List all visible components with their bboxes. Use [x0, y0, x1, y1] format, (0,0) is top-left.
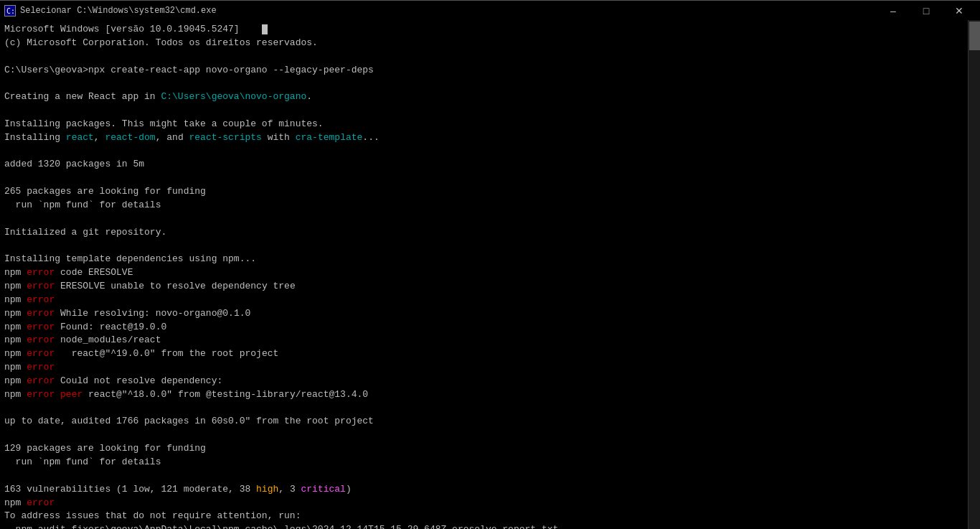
title-bar-left: C: Selecionar C:\Windows\system32\cmd.ex… — [4, 5, 217, 17]
path-highlight: C:\Users\geova\novo-organo — [161, 91, 306, 102]
error-label-9: error — [27, 375, 55, 386]
error-label-7: error — [27, 348, 55, 359]
line-blank-5 — [4, 172, 976, 185]
line-err-3: npm error — [4, 294, 976, 307]
line-installing: Installing packages. This might take a c… — [4, 118, 976, 131]
line-blank-2 — [4, 77, 976, 90]
react-scripts-pkg: react-scripts — [189, 132, 261, 143]
error-label-4: error — [27, 308, 55, 319]
line-1: Microsoft Windows [versão 10.0.19045.524… — [4, 23, 976, 37]
line-blank-7 — [4, 240, 976, 253]
line-funding-3: 129 packages are looking for funding — [4, 442, 976, 456]
line-funding-4: run `npm fund` for details — [4, 456, 976, 469]
title-bar: C: Selecionar C:\Windows\system32\cmd.ex… — [0, 0, 980, 20]
line-err-4: npm error While resolving: novo-organo@0… — [4, 307, 976, 321]
line-packages: Installing react, react-dom, and react-s… — [4, 131, 976, 145]
line-audit-fix: npm audit fixers\geova\AppData\Local\npm… — [4, 523, 976, 529]
line-blank-4 — [4, 145, 976, 159]
svg-text:C:: C: — [6, 7, 15, 15]
line-err-6: npm error node_modules/react — [4, 334, 976, 347]
line-err-11: npm error — [4, 497, 976, 510]
line-address: To address issues that do not require at… — [4, 510, 976, 523]
line-2: (c) Microsoft Corporation. Todos os dire… — [4, 37, 976, 50]
window-controls: – □ ✕ — [877, 1, 976, 21]
line-vulnerabilities: 163 vulnerabilities (1 low, 121 moderate… — [4, 483, 976, 497]
peer-keyword: peer — [60, 389, 83, 400]
error-label-6: error — [27, 334, 55, 345]
line-blank-1 — [4, 50, 976, 64]
line-git: Initialized a git repository. — [4, 226, 976, 240]
cra-template-pkg: cra-template — [296, 132, 363, 143]
cursor — [262, 24, 268, 34]
error-label-2: error — [27, 281, 55, 291]
line-funding-1: 265 packages are looking for funding — [4, 185, 976, 199]
cmd-icon: C: — [4, 5, 16, 17]
error-label-11: error — [27, 497, 55, 508]
error-label-3: error — [27, 294, 55, 305]
minimize-button[interactable]: – — [877, 1, 910, 21]
maximize-button[interactable]: □ — [910, 1, 943, 21]
line-blank-3 — [4, 104, 976, 118]
error-label-5: error — [27, 322, 55, 332]
line-blank-10 — [4, 469, 976, 483]
error-label-1: error — [27, 267, 55, 278]
line-blank-6 — [4, 212, 976, 226]
cmd-window: C: Selecionar C:\Windows\system32\cmd.ex… — [0, 0, 980, 529]
window-title: Selecionar C:\Windows\system32\cmd.exe — [20, 6, 217, 16]
line-err-2: npm error ERESOLVE unable to resolve dep… — [4, 280, 976, 294]
line-err-9: npm error Could not resolve dependency: — [4, 375, 976, 388]
line-funding-2: run `npm fund` for details — [4, 199, 976, 212]
line-err-1: npm error code ERESOLVE — [4, 266, 976, 280]
close-button[interactable]: ✕ — [943, 1, 976, 21]
error-label-10: error — [27, 389, 55, 400]
high-severity: high — [256, 484, 278, 495]
react-dom-pkg: react-dom — [105, 132, 155, 143]
line-err-8: npm error — [4, 361, 976, 375]
scrollbar[interactable] — [968, 20, 980, 529]
scrollbar-thumb[interactable] — [969, 22, 980, 50]
terminal-content: Microsoft Windows [versão 10.0.19045.524… — [0, 20, 980, 529]
line-command: C:\Users\geova>npx create-react-app novo… — [4, 64, 976, 78]
error-label-8: error — [27, 362, 55, 373]
line-blank-9 — [4, 429, 976, 442]
line-template: Installing template dependencies using n… — [4, 253, 976, 266]
react-pkg: react — [66, 132, 94, 143]
line-err-7: npm error react@"^19.0.0" from the root … — [4, 347, 976, 361]
line-creating: Creating a new React app in C:\Users\geo… — [4, 90, 976, 104]
line-blank-8 — [4, 402, 976, 416]
line-added: added 1320 packages in 5m — [4, 158, 976, 172]
line-err-10: npm error peer react@"^18.0.0" from @tes… — [4, 388, 976, 402]
line-uptodate: up to date, audited 1766 packages in 60s… — [4, 415, 976, 429]
critical-severity: critical — [301, 484, 346, 495]
line-err-5: npm error Found: react@19.0.0 — [4, 321, 976, 334]
